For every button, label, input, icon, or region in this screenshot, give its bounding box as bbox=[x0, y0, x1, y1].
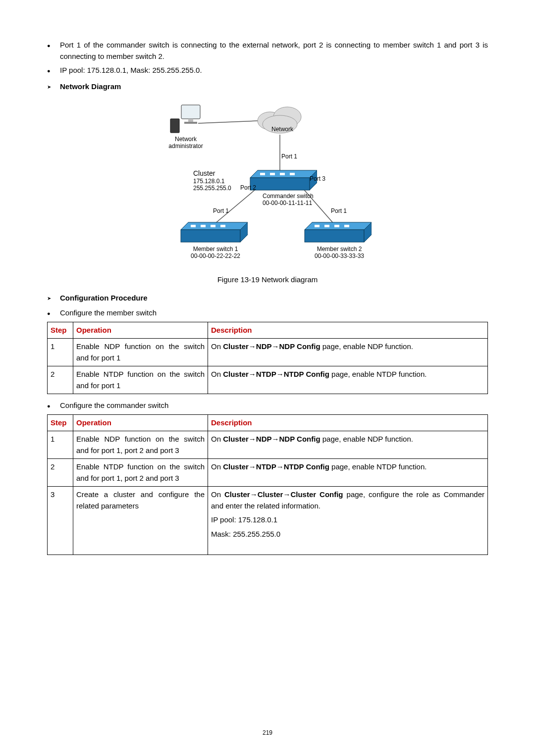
bullet-top-1: IP pool: 175.128.0.1, Mask: 255.255.255.… bbox=[60, 65, 488, 76]
table-row: Step Operation Description bbox=[48, 322, 488, 339]
cell-step: 1 bbox=[48, 431, 73, 459]
svg-rect-30 bbox=[334, 225, 339, 227]
label-port1-right: Port 1 bbox=[331, 207, 347, 214]
svg-rect-6 bbox=[188, 119, 193, 122]
svg-rect-14 bbox=[260, 173, 265, 175]
table-row: Step Operation Description bbox=[48, 414, 488, 431]
page-number: 219 bbox=[0, 728, 535, 737]
cell-step: 2 bbox=[48, 366, 73, 394]
table-row: 1 Enable NDP function on the switch and … bbox=[48, 431, 488, 459]
label-member1: Member switch 1 00-00-00-22-22-22 bbox=[183, 246, 248, 260]
label-port1-top: Port 1 bbox=[281, 153, 297, 160]
svg-rect-17 bbox=[290, 173, 295, 175]
table-row: 2 Enable NTDP function on the switch and… bbox=[48, 459, 488, 487]
table-row: 3 Create a cluster and configure the rel… bbox=[48, 487, 488, 555]
cell-description: On Cluster→Cluster→Cluster Config page, … bbox=[208, 487, 488, 555]
svg-rect-26 bbox=[305, 230, 364, 242]
cell-step: 2 bbox=[48, 459, 73, 487]
label-admin: Network administrator bbox=[163, 136, 208, 150]
label-port1-left: Port 1 bbox=[213, 207, 229, 214]
network-diagram-figure: Network administrator Network Port 1 Clu… bbox=[47, 96, 488, 269]
table-commander-switch: Step Operation Description 1 Enable NDP … bbox=[47, 414, 488, 555]
cell-operation: Enable NTDP function on the switch and f… bbox=[73, 459, 208, 487]
cell-description: On Cluster→NDP→NDP Config page, enable N… bbox=[208, 431, 488, 459]
th-operation: Operation bbox=[73, 322, 208, 339]
label-network: Network bbox=[268, 126, 297, 133]
section-heading-config-procedure: Configuration Procedure bbox=[47, 293, 488, 304]
th-step: Step bbox=[48, 414, 73, 431]
svg-rect-15 bbox=[270, 173, 275, 175]
cell-operation: Enable NDP function on the switch and fo… bbox=[73, 339, 208, 366]
svg-rect-16 bbox=[280, 173, 285, 175]
cell-operation: Enable NTDP function on the switch and f… bbox=[73, 366, 208, 394]
table-row: 1 Enable NDP function on the switch and … bbox=[48, 339, 488, 366]
bullet-commander: Configure the commander switch bbox=[60, 400, 488, 411]
th-step: Step bbox=[48, 322, 73, 339]
th-operation: Operation bbox=[73, 414, 208, 431]
svg-line-0 bbox=[198, 121, 258, 123]
bullet-top-0: Port 1 of the commander switch is connec… bbox=[60, 40, 488, 62]
section-heading-text-2: Configuration Procedure bbox=[60, 294, 148, 302]
label-commander: Commander switch 00-00-00-11-11-11 bbox=[263, 193, 327, 207]
table-row: 2 Enable NTDP function on the switch and… bbox=[48, 366, 488, 394]
section-heading-text: Network Diagram bbox=[60, 82, 121, 91]
th-description: Description bbox=[208, 322, 488, 339]
svg-rect-5 bbox=[181, 105, 200, 119]
svg-rect-28 bbox=[315, 225, 320, 227]
bullet-member: Configure the member switch bbox=[60, 307, 488, 319]
label-port3: Port 3 bbox=[310, 175, 325, 182]
member-switch-2-icon bbox=[297, 220, 372, 247]
cell-step: 3 bbox=[48, 487, 73, 555]
table-member-switch: Step Operation Description 1 Enable NDP … bbox=[47, 322, 488, 395]
cell-operation: Enable NDP function on the switch and fo… bbox=[73, 431, 208, 459]
svg-rect-22 bbox=[201, 225, 206, 227]
label-cluster: Cluster 175.128.0.1 255.255.255.0 bbox=[193, 169, 231, 192]
cell-step: 1 bbox=[48, 339, 73, 366]
section-heading-network-diagram: Network Diagram bbox=[47, 81, 488, 93]
svg-rect-12 bbox=[250, 178, 310, 190]
svg-rect-4 bbox=[170, 119, 179, 133]
svg-rect-23 bbox=[211, 225, 215, 227]
svg-rect-7 bbox=[184, 122, 197, 124]
pc-icon bbox=[168, 101, 203, 136]
cell-operation: Create a cluster and configure the relat… bbox=[73, 487, 208, 555]
svg-rect-24 bbox=[220, 225, 225, 227]
cell-description: On Cluster→NTDP→NTDP Config page, enable… bbox=[208, 459, 488, 487]
cell-description: On Cluster→NDP→NDP Config page, enable N… bbox=[208, 339, 488, 366]
svg-rect-29 bbox=[324, 225, 329, 227]
label-port2: Port 2 bbox=[240, 184, 256, 191]
th-description: Description bbox=[208, 414, 488, 431]
svg-rect-21 bbox=[191, 225, 196, 227]
label-member2: Member switch 2 00-00-00-33-33-33 bbox=[307, 246, 372, 260]
member-switch-1-icon bbox=[173, 220, 248, 247]
cell-description: On Cluster→NTDP→NTDP Config page, enable… bbox=[208, 366, 488, 394]
svg-rect-31 bbox=[344, 225, 349, 227]
svg-rect-19 bbox=[181, 230, 240, 242]
figure-caption: Figure 13-19 Network diagram bbox=[47, 274, 488, 286]
